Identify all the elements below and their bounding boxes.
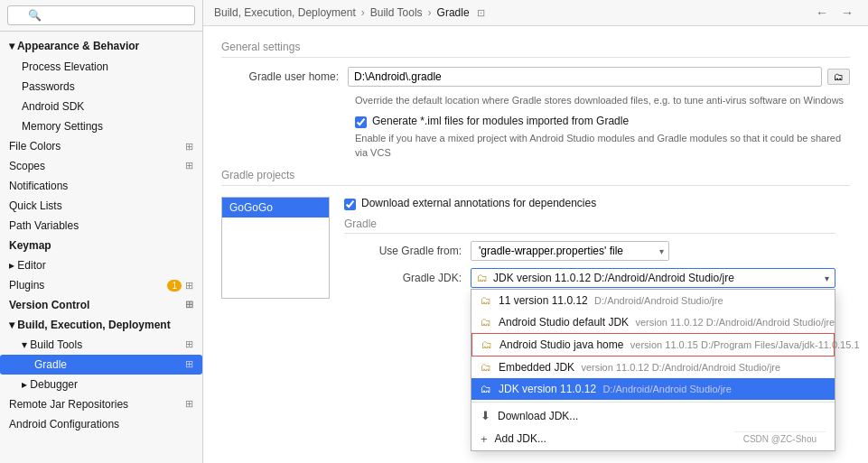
gradle-icon: ⊞ (185, 358, 193, 371)
jdk-item-embedded[interactable]: 🗂 Embedded JDK version 11.0.12 D:/Androi… (471, 357, 835, 378)
add-icon: + (481, 432, 488, 446)
jdk-selected-icon: 🗂 (477, 272, 488, 284)
gradle-home-hint: Override the default location where Grad… (355, 94, 850, 107)
add-jdk-label: Add JDK... (495, 432, 546, 445)
gradle-home-folder-button[interactable]: 🗂 (827, 69, 850, 85)
jdk-folder-icon-3: 🗂 (481, 338, 492, 351)
jdk-item-java-home[interactable]: 🗂 Android Studio java home version 11.0.… (471, 333, 835, 357)
download-annotations-checkbox[interactable] (344, 199, 356, 210)
breadcrumb-part-3: Gradle (437, 6, 470, 19)
jdk-popup: 🗂 11 version 11.0.12 D:/Android/Android … (471, 289, 835, 451)
gradle-projects-title: Gradle projects (221, 169, 850, 186)
sidebar-item-file-colors[interactable]: File Colors ⊞ (0, 136, 202, 156)
sidebar-item-scopes[interactable]: Scopes ⊞ (0, 156, 202, 176)
jdk-folder-icon-2: 🗂 (481, 316, 491, 329)
plugins-label: Plugins (9, 279, 44, 292)
jdk-selected-text: JDK version 11.0.12 D:/Android/Android S… (493, 272, 734, 284)
generate-iml-row: Generate *.iml files for modules importe… (355, 115, 850, 128)
gradle-home-input[interactable] (348, 67, 822, 87)
sidebar-item-keymap[interactable]: Keymap (0, 236, 202, 255)
jdk-selected-display[interactable]: 🗂 JDK version 11.0.12 D:/Android/Android… (471, 268, 835, 288)
sidebar-item-gradle[interactable]: Gradle ⊞ (0, 355, 202, 375)
sidebar: ▾ Appearance & Behavior Process Elevatio… (0, 0, 203, 463)
sidebar-item-build-execution-deployment[interactable]: ▾ Build, Execution, Deployment (0, 315, 202, 335)
file-colors-label: File Colors (9, 140, 61, 153)
jdk-dropdown-arrow: ▾ (825, 273, 829, 283)
use-gradle-from-control: 'gradle-wrapper.properties' file ▾ (471, 241, 835, 261)
file-colors-icon: ⊞ (185, 141, 193, 153)
breadcrumb-part-1: Build, Execution, Deployment (214, 6, 356, 19)
breadcrumb-sep-1: › (361, 6, 365, 19)
version-control-label: Version Control (9, 299, 89, 311)
jdk-item-11-text: 11 version 11.0.12 D:/Android/Android St… (499, 294, 723, 307)
jdk-item-selected[interactable]: 🗂 JDK version 11.0.12 D:/Android/Android… (471, 378, 835, 400)
popup-footnote: CSDN @ZC-Shou (734, 431, 826, 446)
download-icon: ⬇ (481, 409, 490, 422)
breadcrumb-sep-2: › (428, 6, 432, 19)
project-list-item-gogogo[interactable]: GoGoGo (222, 198, 329, 218)
gradle-label: Gradle (34, 358, 67, 371)
jdk-item-as-default-secondary: version 11.0.12 D:/Android/Android Studi… (635, 317, 835, 328)
jdk-item-selected-text: JDK version 11.0.12 D:/Android/Android S… (499, 383, 732, 395)
use-gradle-from-dropdown-wrapper: 'gradle-wrapper.properties' file ▾ (471, 241, 669, 261)
sidebar-item-memory-settings[interactable]: Memory Settings (0, 116, 202, 136)
jdk-item-11[interactable]: 🗂 11 version 11.0.12 D:/Android/Android … (471, 290, 835, 311)
generate-iml-label: Generate *.iml files for modules importe… (372, 115, 629, 127)
sidebar-item-build-tools[interactable]: ▾ Build Tools ⊞ (0, 335, 202, 355)
gradle-inner-title: Gradle (344, 218, 835, 234)
use-gradle-from-label: Use Gradle from: (344, 245, 471, 257)
sidebar-item-quick-lists[interactable]: Quick Lists (0, 196, 202, 216)
content-area: Build, Execution, Deployment › Build Too… (203, 0, 868, 463)
search-area (0, 0, 202, 32)
build-tools-icon: ⊞ (185, 338, 193, 351)
sidebar-item-passwords[interactable]: Passwords (0, 77, 202, 97)
download-jdk-label: Download JDK... (498, 410, 578, 422)
content-body: General settings Gradle user home: 🗂 Ove… (203, 26, 868, 463)
build-tools-label: ▾ Build Tools (22, 338, 82, 351)
generate-iml-checkbox[interactable] (355, 116, 367, 128)
sidebar-item-version-control[interactable]: Version Control ⊞ (0, 295, 202, 315)
breadcrumb-forward-button[interactable]: → (837, 5, 857, 20)
sidebar-item-plugins[interactable]: Plugins 1⊞ (0, 275, 202, 295)
sidebar-item-path-variables[interactable]: Path Variables (0, 216, 202, 236)
breadcrumb-part-2: Build Tools (370, 6, 423, 19)
jdk-item-as-default-text: Android Studio default JDK version 11.0.… (499, 316, 835, 329)
search-input[interactable] (7, 5, 195, 25)
jdk-item-selected-secondary: D:/Android/Android Studio/jre (602, 384, 731, 394)
plugins-badge: 1⊞ (167, 279, 193, 292)
remote-jar-label: Remote Jar Repositories (9, 398, 128, 411)
project-list: GoGoGo (221, 197, 330, 299)
scopes-icon: ⊞ (185, 160, 193, 172)
generate-iml-hint: Enable if you have a mixed project with … (355, 132, 850, 160)
breadcrumb: Build, Execution, Deployment › Build Too… (203, 0, 868, 26)
sidebar-item-remote-jar[interactable]: Remote Jar Repositories ⊞ (0, 394, 202, 414)
version-control-icon: ⊞ (185, 299, 193, 311)
gradle-jdk-control: 🗂 JDK version 11.0.12 D:/Android/Android… (471, 268, 835, 288)
general-settings-title: General settings (221, 41, 850, 58)
jdk-item-as-default[interactable]: 🗂 Android Studio default JDK version 11.… (471, 311, 835, 333)
jdk-folder-icon-1: 🗂 (481, 294, 491, 307)
sidebar-item-android-configurations[interactable]: Android Configurations (0, 414, 202, 434)
sidebar-item-editor[interactable]: ▸ Editor (0, 255, 202, 275)
sidebar-item-notifications[interactable]: Notifications (0, 176, 202, 196)
sidebar-item-appearance-behavior[interactable]: ▾ Appearance & Behavior (0, 35, 202, 57)
breadcrumb-back-button[interactable]: ← (812, 5, 832, 20)
gradle-jdk-label: Gradle JDK: (344, 268, 471, 284)
jdk-download-action[interactable]: ⬇ Download JDK... (471, 404, 835, 427)
gradle-home-control: 🗂 (348, 67, 850, 87)
jdk-item-11-secondary: D:/Android/Android Studio/jre (594, 295, 723, 306)
jdk-separator (471, 402, 835, 403)
sidebar-item-process-elevation[interactable]: Process Elevation (0, 57, 202, 77)
jdk-item-embedded-secondary: version 11.0.12 D:/Android/Android Studi… (581, 362, 780, 373)
jdk-item-embedded-text: Embedded JDK version 11.0.12 D:/Android/… (499, 361, 780, 374)
scopes-label: Scopes (9, 160, 45, 172)
jdk-item-java-home-text: Android Studio java home version 11.0.15… (499, 338, 860, 351)
jdk-item-java-home-secondary: version 11.0.15 D:/Program Files/Java/jd… (630, 339, 860, 350)
gradle-inner-section: Gradle Use Gradle from: 'gradle-wrapper.… (344, 218, 835, 288)
sidebar-item-android-sdk[interactable]: Android SDK (0, 97, 202, 116)
gradle-projects-area: GoGoGo Download external annotations for… (221, 197, 850, 299)
use-gradle-from-select[interactable]: 'gradle-wrapper.properties' file (471, 241, 669, 261)
jdk-add-action[interactable]: + Add JDK... CSDN @ZC-Shou (471, 427, 835, 450)
gradle-home-row: Gradle user home: 🗂 (221, 67, 850, 87)
sidebar-item-debugger[interactable]: ▸ Debugger (0, 375, 202, 394)
